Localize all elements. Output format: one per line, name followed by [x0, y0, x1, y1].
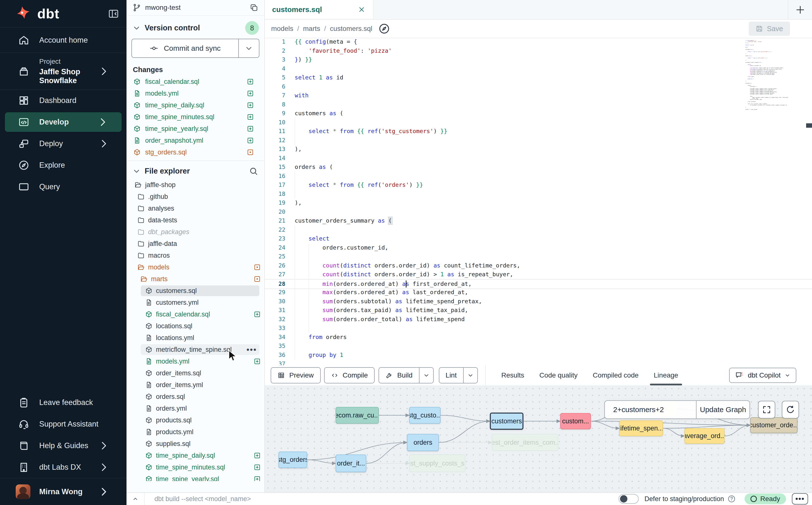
commit-options-button[interactable] [238, 39, 259, 57]
stage-file-button[interactable] [247, 137, 254, 144]
file-tree-item[interactable]: fiscal_calendar.sql [127, 308, 264, 320]
file-tree-item[interactable]: products.yml [127, 426, 264, 438]
file-tree-item[interactable]: time_spine_minutes.sql [127, 461, 264, 473]
code-line[interactable]: 21customer_orders_summary as ( [265, 216, 812, 225]
code-line[interactable]: 37 [265, 359, 812, 365]
explore-docs-icon[interactable] [378, 23, 390, 34]
tab-lineage[interactable]: Lineage [654, 365, 678, 385]
stage-file-button[interactable] [247, 125, 254, 132]
code-line[interactable]: 32 sum(orders.order_total) as lifetime_s… [265, 315, 812, 324]
code-line[interactable]: 9customers as ( [265, 109, 812, 118]
code-line[interactable]: 34 from orders [265, 333, 812, 342]
file-tree-item[interactable]: locations.sql [127, 320, 264, 332]
file-tree-item[interactable]: customers.yml [127, 297, 264, 308]
code-line[interactable]: 14 [265, 154, 812, 163]
code-line[interactable]: 1{{ config(meta = { [265, 38, 812, 46]
code-line[interactable]: 36 group by 1 [265, 351, 812, 360]
file-tree-item[interactable]: customers.sql [127, 285, 264, 297]
save-button[interactable]: Save [749, 22, 790, 36]
lineage-node-stg_customers[interactable]: stg_custo... [409, 407, 441, 424]
sidebar-item-dbt-labs-dx[interactable]: dbt Labs DX [0, 457, 127, 478]
lint-options-button[interactable] [463, 368, 477, 383]
file-tree-item[interactable]: jaffle-data [127, 238, 264, 249]
modified-badge[interactable] [254, 264, 261, 271]
code-line[interactable]: 24 orders.customer_id, [265, 243, 812, 252]
new-tab-button[interactable] [794, 4, 806, 16]
stage-file-button[interactable] [254, 464, 261, 471]
tab-results[interactable]: Results [501, 365, 524, 385]
lineage-node-test_order_items[interactable]: test_order_items_com... [492, 434, 558, 451]
code-line[interactable]: 35 [265, 341, 812, 351]
sidebar-item-dashboard[interactable]: Dashboard [0, 90, 127, 111]
code-line[interactable]: 23 select [265, 234, 812, 243]
code-line[interactable]: 16 [265, 172, 812, 181]
stage-file-button[interactable] [254, 311, 261, 318]
file-tree-item[interactable]: products.sql [127, 414, 264, 426]
commit-and-sync-button[interactable]: Commit and sync [131, 39, 260, 58]
help-circle-icon[interactable] [727, 495, 736, 503]
lineage-node-stg_orders[interactable]: stg_orders [279, 452, 307, 468]
sidebar-item-leave-feedback[interactable]: Leave feedback [0, 392, 127, 413]
code-line[interactable]: 30 sum(orders.subtotal) as lifetime_spen… [265, 297, 812, 306]
file-tree-item[interactable]: analyses [127, 202, 264, 214]
code-line[interactable]: 12 [265, 136, 812, 145]
sidebar-item-query[interactable]: Query [0, 176, 127, 198]
code-editor[interactable]: 1{{ config(meta = {2 'favorite_food': 'p… [265, 38, 812, 365]
file-tree-item[interactable]: time_spine_daily.sql [127, 450, 264, 461]
version-control-section-header[interactable]: Version control 8 [127, 16, 264, 35]
file-tree-item[interactable]: time_spine_yearly.sql [127, 473, 264, 481]
code-line[interactable]: 10 [265, 118, 812, 127]
minimap[interactable]: {{ config(meta = { 'favorite_food': 'piz… [745, 40, 789, 110]
change-item[interactable]: stg_orders.sql [127, 146, 264, 158]
breadcrumb-marts[interactable]: marts [303, 25, 320, 33]
expand-command-bar-button[interactable] [127, 495, 144, 503]
sidebar-item-develop[interactable]: Develop [5, 112, 122, 132]
code-line[interactable]: 20 [265, 207, 812, 216]
lineage-node-order_items[interactable]: order_it... [336, 455, 366, 472]
stage-file-button[interactable] [247, 149, 254, 156]
change-item[interactable]: order_snapshot.yml [127, 135, 264, 146]
sidebar-item-account-home[interactable]: Account home [0, 27, 127, 53]
code-line[interactable]: 13), [265, 145, 812, 154]
breadcrumb-models[interactable]: models [271, 25, 293, 33]
sidebar-item-explore[interactable]: Explore [0, 154, 127, 176]
tab-compiled-code[interactable]: Compiled code [593, 365, 639, 385]
command-input[interactable]: dbt build --select <model_name> [145, 495, 619, 503]
code-line[interactable]: 3}) }} [265, 55, 812, 64]
defer-toggle[interactable] [619, 494, 639, 504]
sidebar-collapse-icon[interactable] [108, 8, 119, 19]
change-item[interactable]: time_spine_yearly.sql [127, 123, 264, 135]
change-item[interactable]: time_spine_minutes.sql [127, 111, 264, 123]
stage-file-button[interactable] [254, 452, 261, 459]
file-tree-item[interactable]: supplies.sql [127, 438, 264, 450]
modified-badge[interactable] [254, 275, 261, 283]
lineage-node-customer_orders_mart[interactable]: customer_orde... [750, 417, 798, 433]
change-item[interactable]: time_spine_daily.sql [127, 99, 264, 111]
tab-customers-sql[interactable]: customers.sql [265, 0, 373, 19]
file-tree-item[interactable]: orders.yml [127, 402, 264, 414]
lineage-canvas[interactable]: ecom.raw_cu...stg_custo...customersorder… [265, 385, 812, 492]
sidebar-item-help-guides[interactable]: Help & Guides [0, 435, 127, 457]
file-tree-item[interactable]: order_items.sql [127, 367, 264, 379]
status-badge[interactable]: Ready [745, 494, 786, 504]
update-graph-button[interactable]: Update Graph [696, 401, 750, 418]
file-tree-item[interactable]: order_items.yml [127, 379, 264, 391]
file-tree-item[interactable]: models [127, 261, 264, 273]
lineage-node-customers[interactable]: customers [490, 412, 523, 430]
user-menu[interactable]: Mirna Wong [0, 478, 127, 505]
code-line[interactable]: 19), [265, 198, 812, 207]
compile-button[interactable]: Compile [324, 367, 375, 383]
file-tree-item[interactable]: macros [127, 249, 264, 261]
file-tree-item[interactable]: dbt_packages [127, 226, 264, 238]
stage-file-button[interactable] [247, 102, 254, 109]
fullscreen-button[interactable] [758, 401, 775, 418]
lineage-node-lifetime_spend[interactable]: lifetime_spen... [619, 420, 663, 436]
code-line[interactable]: 26 count(distinct orders.order_id) as co… [265, 261, 812, 270]
file-tree-item[interactable]: jaffle-shop [127, 179, 264, 191]
scrollbar-thumb[interactable] [806, 123, 812, 128]
close-icon[interactable] [358, 6, 365, 13]
stage-file-button[interactable] [247, 78, 254, 85]
file-tree-item[interactable]: .github [127, 191, 264, 202]
row-menu-button[interactable]: ••• [247, 345, 257, 354]
code-line[interactable]: 25 [265, 252, 812, 261]
